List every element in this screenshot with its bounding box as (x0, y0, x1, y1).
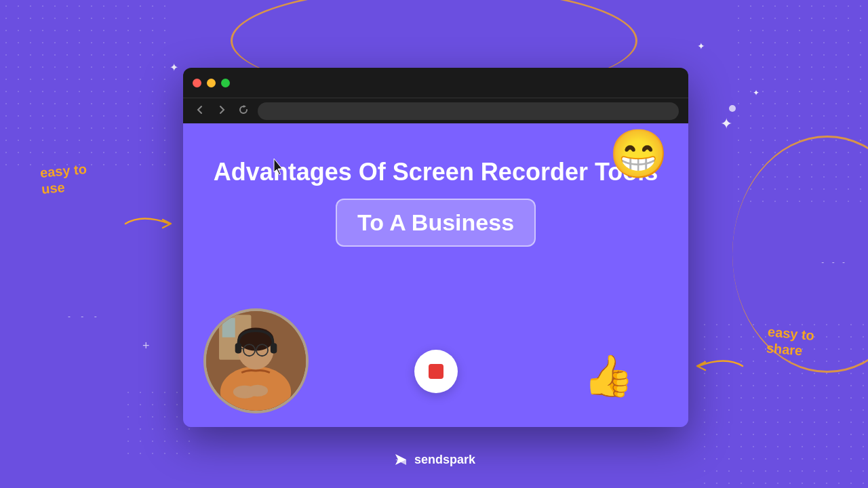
business-badge: To A Business (336, 199, 536, 247)
browser-navbar (183, 98, 688, 123)
smiley-emoji: 😁 (609, 130, 668, 178)
refresh-button[interactable] (236, 104, 251, 118)
plus-decoration: + (142, 339, 150, 353)
dash-decoration: - - - (821, 258, 848, 267)
annotation-easy-use: easy to use (39, 161, 89, 197)
thumbs-up-emoji: 👍 (583, 352, 634, 400)
browser-content: 😁 Advantages Of Screen Recorder Tools To… (183, 123, 688, 427)
svg-point-13 (248, 385, 268, 396)
svg-rect-2 (222, 318, 235, 337)
svg-rect-10 (235, 343, 241, 353)
back-button[interactable] (193, 104, 208, 118)
bottom-section: 👍 (183, 308, 688, 413)
person-svg (206, 308, 306, 411)
record-stop-icon (429, 364, 443, 379)
dots-pattern-top-right (732, 0, 868, 203)
browser-titlebar (183, 68, 688, 98)
traffic-light-green[interactable] (221, 79, 230, 87)
sparkle-icon: ✦ (697, 41, 705, 52)
dots-pattern-top-left (0, 0, 176, 176)
annotation-easy-share: easy to share (766, 323, 815, 360)
traffic-light-red[interactable] (193, 79, 201, 87)
record-button[interactable] (414, 350, 458, 393)
profile-avatar (203, 308, 309, 413)
circle-decoration (729, 105, 736, 112)
dots-pattern-bottom-left (122, 386, 190, 454)
business-badge-text: To A Business (357, 209, 514, 235)
sendspark-branding: sendspark (393, 451, 475, 468)
traffic-light-yellow[interactable] (207, 79, 216, 87)
person-image (206, 311, 306, 411)
browser-window: 😁 Advantages Of Screen Recorder Tools To… (183, 68, 688, 427)
svg-rect-11 (271, 343, 277, 353)
sparkle-icon: ✦ (753, 88, 760, 98)
sendspark-icon (393, 451, 409, 468)
forward-button[interactable] (214, 104, 229, 118)
sendspark-name: sendspark (414, 453, 475, 467)
sparkle-icon: ✦ (720, 115, 732, 133)
arrow-easy-use (122, 210, 176, 237)
dash-decoration: - - - (68, 312, 101, 321)
arrow-easy-share (692, 352, 746, 380)
main-heading: Advantages Of Screen Recorder Tools (214, 157, 658, 186)
address-bar[interactable] (258, 102, 679, 120)
sparkle-icon: ✦ (170, 61, 178, 74)
